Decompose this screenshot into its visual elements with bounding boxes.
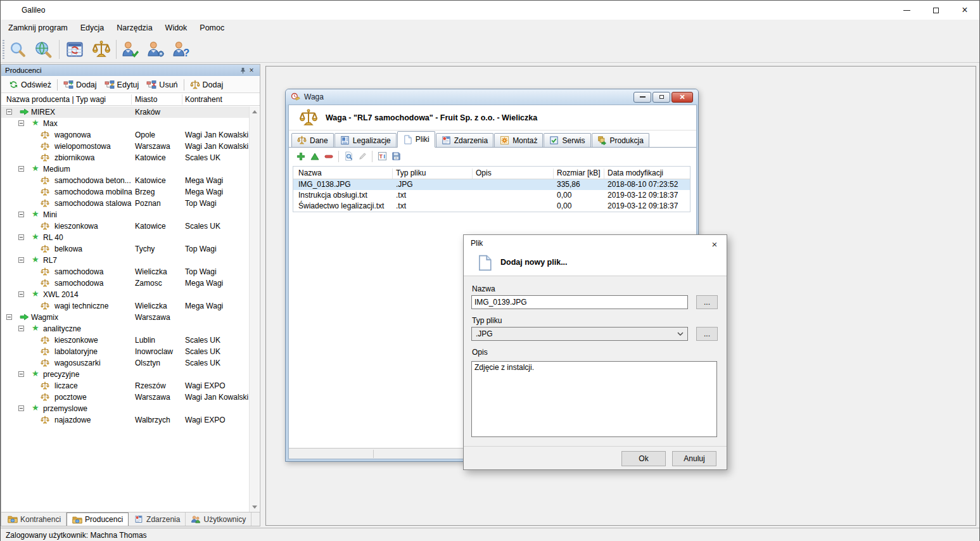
tree-row[interactable]: pocztoweWarszawaWagi Jan Kowalski bbox=[1, 391, 250, 403]
waga-tab-montaż[interactable]: Montaż bbox=[494, 133, 543, 147]
pin-icon[interactable] bbox=[238, 66, 247, 75]
waga-tab-pliki[interactable]: Pliki bbox=[397, 131, 435, 148]
menu-item[interactable]: Narzędzia bbox=[110, 21, 158, 35]
scroll-down-icon[interactable] bbox=[250, 502, 260, 512]
files-column-header[interactable]: Opis bbox=[476, 169, 492, 177]
panel-tree-add-button[interactable]: +Dodaj bbox=[60, 78, 101, 92]
tree-row[interactable]: ★RL7 bbox=[1, 255, 250, 266]
files-column-header[interactable]: Nazwa bbox=[298, 169, 322, 177]
remove-file-button[interactable] bbox=[322, 150, 336, 163]
panel-refresh-button[interactable]: Odśwież bbox=[5, 78, 55, 91]
tree-row[interactable]: ★analityczne bbox=[1, 323, 250, 334]
column-header[interactable]: Kontrahent bbox=[185, 95, 222, 104]
tree-row[interactable]: ★RL 40 bbox=[1, 232, 250, 243]
file-row[interactable]: Świadectwo legalizacji.txt.txt0,002019-0… bbox=[293, 201, 690, 212]
collapse-icon[interactable] bbox=[18, 120, 24, 126]
collapse-icon[interactable] bbox=[18, 212, 24, 217]
panel-close-icon[interactable]: × bbox=[247, 66, 256, 75]
dialog-close-icon[interactable]: × bbox=[709, 238, 720, 250]
collapse-icon[interactable] bbox=[6, 314, 12, 320]
scales-button[interactable] bbox=[91, 39, 112, 60]
tree-row[interactable]: wagi techniczneWieliczkaMega Wagi bbox=[1, 300, 250, 312]
files-column-header[interactable]: Typ pliku bbox=[396, 169, 426, 177]
collapse-icon[interactable] bbox=[18, 405, 24, 411]
user-help-button[interactable]: ? bbox=[170, 39, 192, 60]
tree-row[interactable]: ★precyzyjne bbox=[1, 369, 250, 380]
waga-tab-zdarzenia[interactable]: Zdarzenia bbox=[436, 133, 493, 147]
waga-titlebar[interactable]: Waga ✕ bbox=[286, 89, 698, 105]
tree-row[interactable]: WagmixWarszawa bbox=[1, 312, 250, 323]
waga-tab-legalizacje[interactable]: Legalizacje bbox=[334, 133, 397, 147]
tree-row[interactable]: samochodowaWieliczkaTop Wagi bbox=[1, 266, 250, 277]
tree-row[interactable]: ★XWL 2014 bbox=[1, 289, 250, 300]
collapse-icon[interactable] bbox=[18, 257, 24, 263]
tree-row[interactable]: samochodowa beton...KatowiceMega Wagi bbox=[1, 175, 250, 186]
menu-item[interactable]: Pomoc bbox=[193, 21, 231, 35]
menu-item[interactable]: Zamknij program bbox=[2, 21, 74, 35]
tree-row[interactable]: liczaceRzeszówWagi EXPO bbox=[1, 380, 250, 391]
close-icon[interactable]: × bbox=[950, 1, 979, 20]
waga-tab-produkcja[interactable]: Produkcja bbox=[592, 133, 649, 147]
tree-row[interactable]: samochodowa stalowaPoznanTop Wagi bbox=[1, 198, 250, 209]
tree-row[interactable]: samochodowa mobilnaBrzegMega Wagi bbox=[1, 186, 250, 198]
tree-row[interactable]: zbiornikowaKatowiceScales UK bbox=[1, 152, 250, 163]
add-file-button[interactable] bbox=[294, 150, 308, 163]
tree-row[interactable]: najazdoweWalbrzychWagi EXPO bbox=[1, 414, 250, 426]
rename-file-button[interactable]: TI bbox=[375, 150, 389, 163]
collapse-icon[interactable] bbox=[18, 326, 24, 331]
file-row[interactable]: IMG_0138.JPG.JPG335,862018-08-10 07:23:5… bbox=[293, 179, 690, 190]
collapse-icon[interactable] bbox=[18, 291, 24, 297]
tree-row[interactable]: kieszonkowaKatowiceScales UK bbox=[1, 220, 250, 232]
waga-tab-dane[interactable]: Dane bbox=[291, 133, 334, 147]
collapse-icon[interactable] bbox=[18, 371, 24, 377]
tree-row[interactable]: wielopomostowaWarszawaWagi Jan Kowalski bbox=[1, 141, 250, 152]
description-field[interactable]: Zdjęcie z instalcji. bbox=[471, 361, 717, 437]
tree-row[interactable]: kieszonkoweLublinScales UK bbox=[1, 334, 250, 346]
filetype-select[interactable]: .JPG bbox=[471, 327, 688, 341]
panel-tree-delete-button[interactable]: xUsuń bbox=[143, 78, 181, 92]
column-header[interactable]: Miasto bbox=[135, 95, 157, 104]
tree-row[interactable]: ★Medium bbox=[1, 163, 250, 175]
toolbar-grip[interactable] bbox=[3, 40, 4, 59]
panel-tree-edit-button[interactable]: Edytuj bbox=[101, 78, 143, 92]
maximize-icon[interactable] bbox=[921, 1, 950, 20]
waga-close-icon[interactable]: ✕ bbox=[671, 92, 693, 103]
tree-scrollbar[interactable] bbox=[249, 106, 259, 512]
tab-użytkownicy[interactable]: Użytkownicy bbox=[186, 512, 251, 526]
tree-row[interactable]: belkowaTychyTop Wagi bbox=[1, 243, 250, 255]
files-column-header[interactable]: Data modyfikacji bbox=[608, 169, 663, 177]
minimize-icon[interactable] bbox=[892, 1, 921, 20]
browse-type-button[interactable]: ... bbox=[696, 327, 718, 341]
file-row[interactable]: Instrukcja obsługi.txt.txt0,002019-03-12… bbox=[293, 190, 690, 201]
collapse-icon[interactable] bbox=[18, 166, 24, 172]
global-search-button[interactable] bbox=[32, 39, 54, 60]
tree-row[interactable]: ★przemyslowe bbox=[1, 403, 250, 414]
search-button[interactable] bbox=[7, 39, 29, 60]
menu-item[interactable]: Edycja bbox=[74, 21, 111, 35]
tree-row[interactable]: samochodowaZamoscMega Wagi bbox=[1, 277, 250, 289]
tree-row[interactable]: ★Mini bbox=[1, 209, 250, 220]
ok-button[interactable]: Ok bbox=[621, 451, 666, 466]
tree-row[interactable]: ★Max bbox=[1, 118, 250, 129]
tree-row[interactable]: wagosuszarkiOlsztynScales UK bbox=[1, 357, 250, 369]
cancel-button[interactable]: Anuluj bbox=[672, 451, 716, 466]
collapse-icon[interactable] bbox=[6, 109, 12, 115]
tab-producenci[interactable]: Producenci bbox=[67, 512, 129, 526]
tree-row[interactable]: wagonowaOpoleWagi Jan Kowalski bbox=[1, 129, 250, 141]
scroll-up-icon[interactable] bbox=[250, 106, 260, 117]
calendar-button[interactable] bbox=[64, 39, 86, 60]
edit-file-button[interactable] bbox=[355, 150, 369, 163]
tree-row[interactable]: labolatoryjneInowroclawScales UK bbox=[1, 346, 250, 357]
user-settings-button[interactable] bbox=[145, 39, 167, 60]
upload-file-button[interactable] bbox=[308, 150, 322, 163]
collapse-icon[interactable] bbox=[18, 234, 24, 240]
name-field[interactable] bbox=[471, 295, 688, 309]
browse-name-button[interactable]: ... bbox=[696, 295, 718, 309]
waga-minimize-icon[interactable] bbox=[633, 92, 651, 103]
tree-row[interactable]: MIREXKraków bbox=[1, 106, 250, 118]
files-column-header[interactable]: Rozmiar [kB] bbox=[557, 169, 601, 177]
column-header[interactable]: Nazwa producenta | Typ wagi bbox=[6, 95, 106, 104]
panel-scales-button[interactable]: Dodaj bbox=[186, 78, 227, 92]
save-file-button[interactable] bbox=[389, 150, 403, 163]
user-accept-button[interactable] bbox=[120, 39, 141, 60]
